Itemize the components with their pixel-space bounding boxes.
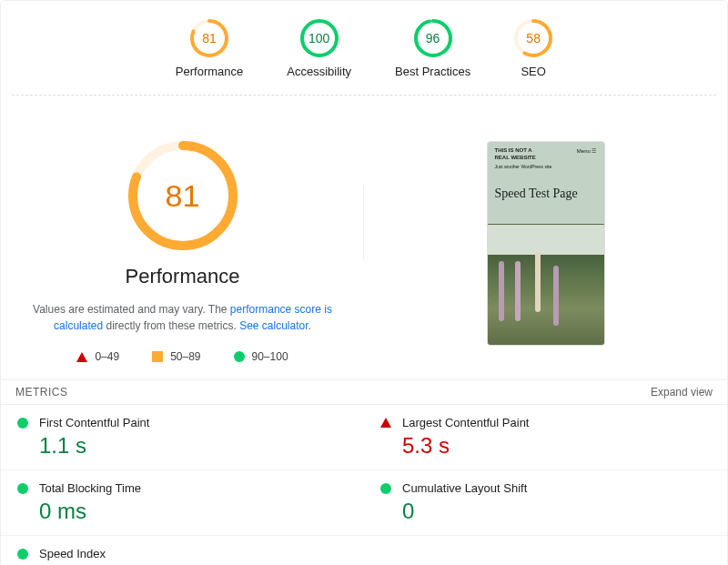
category-seo[interactable]: 58SEO xyxy=(514,19,552,78)
metrics-grid: First Contentful Paint1.1 sLargest Conte… xyxy=(1,405,727,565)
metric-label: Cumulative Layout Shift xyxy=(402,481,527,495)
metric-lcp[interactable]: Largest Contentful Paint5.3 s xyxy=(364,405,727,470)
gauge-accessibility: 100 xyxy=(300,19,339,57)
screenshot-header: THIS IS NOT A REAL WEBSITE Just another … xyxy=(488,142,604,173)
metric-fcp[interactable]: First Contentful Paint1.1 s xyxy=(1,405,364,470)
metric-cls[interactable]: Cumulative Layout Shift0 xyxy=(364,470,727,536)
metric-row: Total Blocking Time xyxy=(17,481,348,495)
metric-label: Total Blocking Time xyxy=(39,481,141,495)
metrics-title: METRICS xyxy=(15,386,68,399)
metrics-header: METRICS Expand view xyxy=(1,379,727,405)
legend-fail-range: 0–49 xyxy=(95,350,119,363)
screenshot-column: THIS IS NOT A REAL WEBSITE Just another … xyxy=(364,141,727,363)
category-best-practices[interactable]: 96Best Practices xyxy=(395,19,470,78)
category-label: Performance xyxy=(176,65,243,78)
metric-value: 5.3 s xyxy=(402,433,711,459)
performance-summary: 81 Performance Values are estimated and … xyxy=(1,141,364,363)
metric-row: Largest Contentful Paint xyxy=(380,416,711,429)
triangle-red-icon xyxy=(380,418,391,428)
circle-green-icon xyxy=(17,483,28,494)
category-accessibility[interactable]: 100Accessibility xyxy=(287,19,351,78)
metric-row: First Contentful Paint xyxy=(17,416,348,429)
screenshot-headline-line: REAL WEBSITE xyxy=(495,155,552,162)
metric-row: Speed Index xyxy=(17,547,348,560)
score-legend: 0–49 50–89 90–100 xyxy=(76,350,288,363)
category-label: Best Practices xyxy=(395,65,470,78)
triangle-red-icon xyxy=(76,352,87,362)
category-performance[interactable]: 81Performance xyxy=(176,19,243,78)
circle-green-icon xyxy=(380,483,391,494)
report-container: 81Performance 100Accessibility 96Best Pr… xyxy=(0,0,728,565)
screenshot-tagline: Just another WordPress site xyxy=(495,164,552,170)
circle-green-icon xyxy=(17,418,28,429)
screenshot-headline-line: THIS IS NOT A xyxy=(495,147,552,155)
screenshot-hero-image xyxy=(488,224,604,345)
metric-value: 0 xyxy=(402,499,711,524)
expand-view-toggle[interactable]: Expand view xyxy=(651,386,713,399)
performance-gauge-large: 81 xyxy=(128,141,238,250)
metric-value: 1.1 s xyxy=(39,433,348,459)
performance-description: Values are estimated and may vary. The p… xyxy=(19,301,347,334)
legend-average: 50–89 xyxy=(152,350,200,363)
circle-green-icon xyxy=(234,351,245,362)
perf-desc-text: Values are estimated and may vary. The xyxy=(33,303,230,316)
legend-pass: 90–100 xyxy=(234,350,288,363)
metric-label: Speed Index xyxy=(39,547,106,560)
gauge-performance: 81 xyxy=(190,19,228,57)
metric-value: 0 ms xyxy=(39,499,348,524)
metric-row: Cumulative Layout Shift xyxy=(380,481,711,495)
performance-section: 81 Performance Values are estimated and … xyxy=(1,96,727,379)
circle-green-icon xyxy=(17,549,28,560)
screenshot-menu: Menu ☰ xyxy=(577,147,597,169)
square-orange-icon xyxy=(152,351,163,362)
gauge-best-practices: 96 xyxy=(414,19,452,57)
gauge-seo: 58 xyxy=(514,19,552,57)
metric-label: First Contentful Paint xyxy=(39,416,149,429)
performance-title: Performance xyxy=(126,265,240,288)
legend-pass-range: 90–100 xyxy=(252,350,288,363)
metric-si[interactable]: Speed Index1.1 s xyxy=(1,536,364,565)
screenshot-page-title: Speed Test Page xyxy=(488,173,604,224)
page-screenshot-thumbnail[interactable]: THIS IS NOT A REAL WEBSITE Just another … xyxy=(487,141,605,346)
perf-desc-text: . xyxy=(308,319,311,332)
legend-average-range: 50–89 xyxy=(170,350,200,363)
see-calculator-link[interactable]: See calculator xyxy=(239,319,308,332)
perf-desc-text: directly from these metrics. xyxy=(103,319,239,332)
metric-label: Largest Contentful Paint xyxy=(402,416,529,429)
category-label: SEO xyxy=(521,65,545,78)
metric-tbt[interactable]: Total Blocking Time0 ms xyxy=(1,470,364,536)
legend-fail: 0–49 xyxy=(76,350,119,363)
category-gauges-row: 81Performance 100Accessibility 96Best Pr… xyxy=(1,10,727,95)
screenshot-headline: THIS IS NOT A REAL WEBSITE Just another … xyxy=(495,147,552,169)
category-label: Accessibility xyxy=(287,65,351,78)
